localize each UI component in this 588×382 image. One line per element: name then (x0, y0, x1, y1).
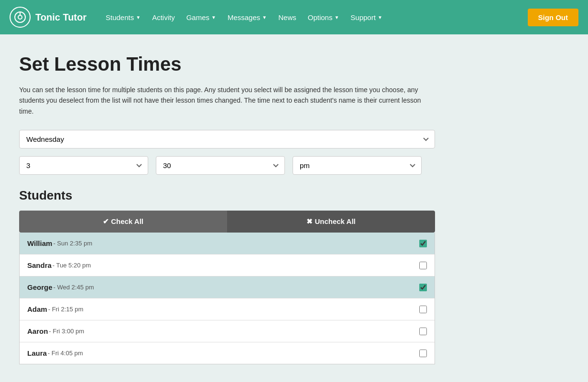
students-heading: Students (19, 188, 440, 203)
student-name: Aaron (27, 327, 48, 335)
student-name: Sandra (27, 261, 52, 269)
nav-item-options[interactable]: Options ▼ (303, 10, 344, 25)
student-lesson-time: - Tue 5:20 pm (53, 262, 91, 269)
nav-item-games[interactable]: Games ▼ (182, 10, 221, 25)
hour-select[interactable]: 123456789101112 (19, 156, 148, 175)
page-description: You can set the lesson time for multiple… (19, 85, 435, 117)
messages-dropdown-arrow: ▼ (262, 15, 267, 20)
nav-links: Students ▼ Activity Games ▼ Messages ▼ N… (101, 10, 527, 25)
student-checkbox[interactable] (419, 284, 427, 291)
check-all-button[interactable]: ✔ Check All (19, 211, 227, 233)
games-dropdown-arrow: ▼ (211, 15, 216, 20)
student-checkbox[interactable] (419, 306, 427, 313)
page-title: Set Lesson Times (19, 53, 440, 75)
support-dropdown-arrow: ▼ (378, 15, 382, 20)
options-dropdown-arrow: ▼ (334, 15, 339, 20)
day-select-wrapper: SundayMondayTuesdayWednesdayThursdayFrid… (19, 130, 435, 149)
student-name: William (27, 239, 52, 247)
nav-item-messages[interactable]: Messages ▼ (223, 10, 272, 25)
student-lesson-time: - Fri 2:15 pm (48, 306, 84, 313)
uncheck-all-button[interactable]: ✖ Uncheck All (227, 211, 435, 233)
student-name: George (27, 283, 53, 291)
minute-select[interactable]: 000510152025303540455055 (156, 156, 285, 175)
students-container: ✔ Check All ✖ Uncheck All William - Sun … (19, 211, 435, 364)
student-list: William - Sun 2:35 pmSandra - Tue 5:20 p… (19, 233, 435, 364)
ampm-select[interactable]: ampm (293, 156, 422, 175)
brand: Tonic Tutor (10, 7, 87, 28)
nav-item-news[interactable]: News (273, 10, 301, 25)
student-lesson-time: - Fri 4:05 pm (48, 350, 83, 357)
student-lesson-time: - Fri 3:00 pm (49, 328, 84, 335)
nav-item-students[interactable]: Students ▼ (101, 10, 145, 25)
nav-item-support[interactable]: Support ▼ (346, 10, 387, 25)
hour-select-wrapper: 123456789101112 (19, 156, 148, 175)
student-row[interactable]: Aaron - Fri 3:00 pm (20, 320, 435, 342)
students-dropdown-arrow: ▼ (136, 15, 141, 20)
student-lesson-time: - Sun 2:35 pm (53, 240, 92, 247)
student-checkbox[interactable] (419, 350, 427, 357)
nav-item-activity[interactable]: Activity (147, 10, 180, 25)
student-row[interactable]: Adam - Fri 2:15 pm (20, 298, 435, 320)
bulk-action-row: ✔ Check All ✖ Uncheck All (19, 211, 435, 233)
student-checkbox[interactable] (419, 328, 427, 335)
svg-point-1 (18, 15, 22, 19)
minute-select-wrapper: 000510152025303540455055 (156, 156, 285, 175)
day-select[interactable]: SundayMondayTuesdayWednesdayThursdayFrid… (19, 130, 435, 149)
student-row[interactable]: William - Sun 2:35 pm (20, 233, 435, 255)
student-checkbox[interactable] (419, 240, 427, 247)
brand-logo (10, 7, 31, 28)
sign-out-button[interactable]: Sign Out (528, 9, 579, 26)
student-name: Laura (27, 349, 47, 357)
brand-name: Tonic Tutor (35, 12, 87, 23)
student-row[interactable]: Sandra - Tue 5:20 pm (20, 255, 435, 276)
student-name: Adam (27, 305, 47, 313)
main-content: Set Lesson Times You can set the lesson … (0, 34, 459, 382)
student-lesson-time: - Wed 2:45 pm (54, 284, 94, 291)
ampm-select-wrapper: ampm (293, 156, 422, 175)
navbar: Tonic Tutor Students ▼ Activity Games ▼ … (0, 0, 588, 34)
student-checkbox[interactable] (419, 262, 427, 269)
student-row[interactable]: George - Wed 2:45 pm (20, 276, 435, 298)
time-row: 123456789101112 000510152025303540455055… (19, 156, 435, 175)
student-row[interactable]: Laura - Fri 4:05 pm (20, 342, 435, 364)
